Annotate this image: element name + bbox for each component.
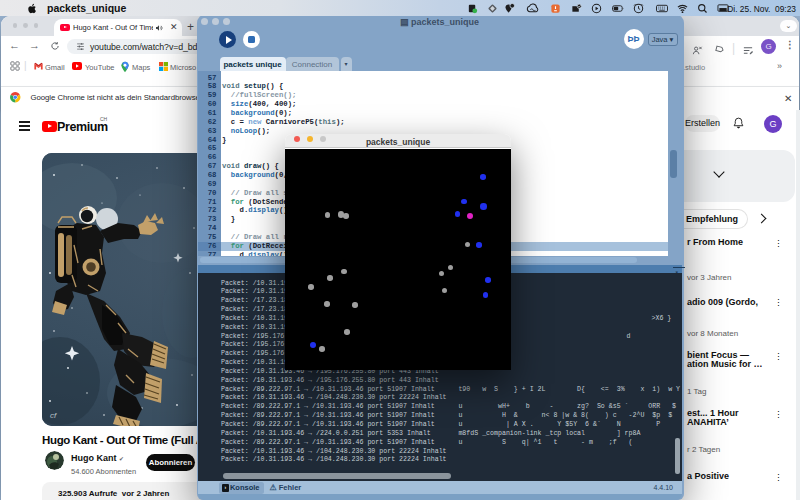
svg-text:cf: cf bbox=[50, 411, 57, 420]
